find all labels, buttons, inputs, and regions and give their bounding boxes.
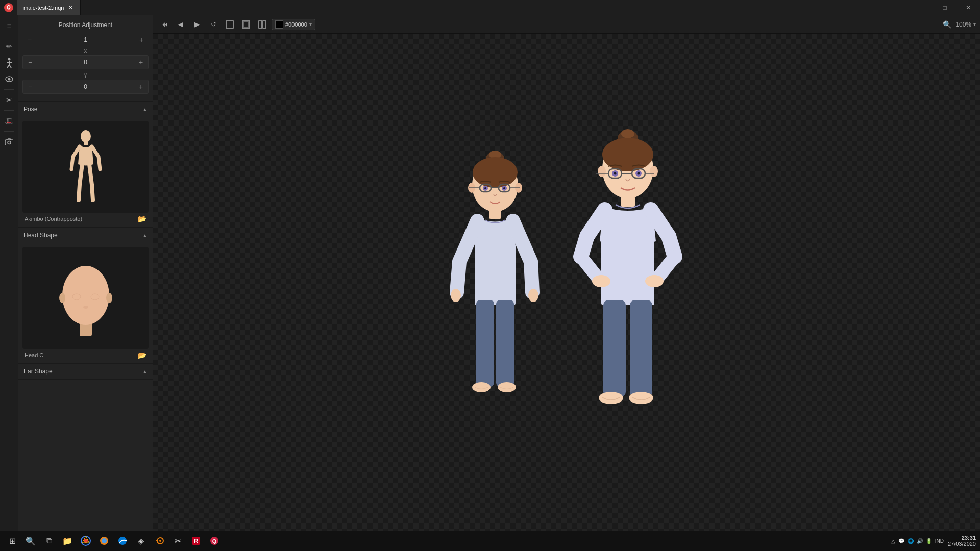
svg-rect-10 bbox=[84, 141, 88, 145]
chrome-taskbar-icon[interactable] bbox=[78, 533, 94, 549]
svg-rect-63 bbox=[601, 239, 654, 297]
close-button[interactable]: ✕ bbox=[957, 0, 980, 15]
x-value: 0 bbox=[37, 59, 134, 66]
tray-battery-icon[interactable]: 🔋 bbox=[926, 538, 932, 544]
tray-network-icon[interactable]: 🌐 bbox=[908, 538, 914, 544]
hat-button[interactable]: 🎩 bbox=[2, 114, 16, 128]
edge-taskbar-icon[interactable] bbox=[114, 533, 131, 549]
svg-point-52 bbox=[602, 138, 653, 171]
system-clock[interactable]: 23:31 27/03/2020 bbox=[948, 535, 976, 547]
x-axis-input[interactable]: − 0 + bbox=[22, 55, 149, 69]
go-forward-button[interactable]: ▶ bbox=[190, 17, 204, 32]
draw-button[interactable]: ✏ bbox=[2, 39, 16, 54]
app8-taskbar-icon[interactable]: Q bbox=[206, 533, 223, 549]
app-icon: Q bbox=[4, 3, 13, 12]
head-shape-section-header[interactable]: Head Shape ▲ bbox=[18, 228, 153, 243]
maximize-button[interactable]: □ bbox=[933, 0, 957, 15]
canvas-viewport[interactable] bbox=[153, 34, 980, 531]
y-axis-input[interactable]: − 0 + bbox=[22, 80, 149, 94]
eye-button[interactable] bbox=[2, 72, 16, 86]
task-view-button[interactable]: ⧉ bbox=[41, 533, 57, 549]
title-bar-controls: — □ ✕ bbox=[910, 0, 980, 15]
svg-rect-21 bbox=[259, 21, 262, 28]
head-folder-icon[interactable]: 📂 bbox=[138, 351, 146, 359]
taskbar-search-icon[interactable]: 🔍 bbox=[22, 533, 39, 549]
x-minus-button[interactable]: − bbox=[23, 56, 37, 69]
svg-point-48 bbox=[621, 129, 634, 138]
svg-point-70 bbox=[629, 392, 653, 404]
head-thumbnail[interactable] bbox=[22, 247, 149, 349]
svg-point-69 bbox=[599, 392, 623, 404]
zoom-label: 100% bbox=[955, 21, 971, 28]
color-swatch[interactable]: #000000 ▾ bbox=[272, 19, 315, 30]
svg-point-0 bbox=[8, 58, 10, 61]
app7-taskbar-icon[interactable]: R bbox=[188, 533, 204, 549]
pose-section-header[interactable]: Pose ▲ bbox=[18, 102, 153, 117]
firefox-taskbar-icon[interactable] bbox=[96, 533, 112, 549]
color-preview bbox=[275, 20, 283, 29]
left-toolbar: ≡ ✏ ✂ 🎩 bbox=[0, 15, 18, 531]
zoom-control: 100% ▾ bbox=[955, 21, 976, 28]
tray-chat-icon[interactable]: 💬 bbox=[898, 538, 904, 544]
explorer-taskbar-icon[interactable]: 📁 bbox=[59, 533, 76, 549]
frame-btn-1[interactable] bbox=[223, 17, 237, 32]
x-axis-label: X bbox=[22, 48, 149, 54]
figure-button[interactable] bbox=[2, 56, 16, 70]
go-back-button[interactable]: ◀ bbox=[174, 17, 188, 32]
toolbar-separator-1 bbox=[4, 36, 14, 36]
zoom-dropdown-arrow[interactable]: ▾ bbox=[973, 21, 976, 27]
pose-thumbnail[interactable] bbox=[22, 121, 149, 213]
pose-folder-icon[interactable]: 📂 bbox=[138, 215, 146, 223]
search-icon-canvas[interactable]: 🔍 bbox=[943, 20, 951, 29]
pose-name-label: Akimbo (Contrapposto) bbox=[24, 216, 82, 222]
pose-figure-svg bbox=[65, 129, 106, 205]
svg-rect-67 bbox=[603, 300, 626, 397]
svg-point-14 bbox=[106, 293, 112, 303]
top-slider-minus[interactable]: − bbox=[24, 35, 35, 45]
character-left bbox=[449, 144, 541, 440]
position-adjustment-section: Position Adjustment − 1 + X − 0 + Y − 0 … bbox=[18, 15, 153, 102]
start-button[interactable]: ⊞ bbox=[4, 533, 20, 549]
svg-point-41 bbox=[528, 289, 538, 302]
clock-time: 23:31 bbox=[948, 535, 976, 541]
tab-close-button[interactable]: ✕ bbox=[67, 4, 74, 11]
camera-button[interactable] bbox=[2, 135, 16, 149]
unity-taskbar-icon[interactable]: ◈ bbox=[133, 533, 149, 549]
color-dropdown-arrow: ▾ bbox=[309, 21, 312, 27]
refresh-button[interactable]: ↺ bbox=[206, 17, 220, 32]
tray-expand-icon[interactable]: △ bbox=[891, 538, 895, 544]
toolbar-separator-3 bbox=[4, 110, 14, 111]
svg-point-17 bbox=[83, 306, 88, 309]
ear-shape-section-header[interactable]: Ear Shape ▲ bbox=[18, 364, 153, 379]
taskbar-left: ⊞ 🔍 ⧉ 📁 ◈ bbox=[4, 533, 223, 549]
tray-volume-icon[interactable]: 🔊 bbox=[917, 538, 923, 544]
top-slider-plus[interactable]: + bbox=[136, 35, 146, 45]
minimize-button[interactable]: — bbox=[910, 0, 933, 15]
frame-btn-3[interactable] bbox=[255, 17, 270, 32]
menu-button[interactable]: ≡ bbox=[2, 18, 16, 33]
ear-shape-section-title: Ear Shape bbox=[23, 368, 53, 375]
head-shape-section: Head Shape ▲ bbox=[18, 228, 153, 364]
svg-text:R: R bbox=[194, 538, 199, 545]
svg-rect-62 bbox=[621, 196, 635, 207]
y-plus-button[interactable]: + bbox=[134, 80, 148, 93]
frame-btn-2[interactable] bbox=[239, 17, 253, 32]
active-tab[interactable]: male-test-2.mqn ✕ bbox=[17, 0, 81, 15]
scissors-button[interactable]: ✂ bbox=[2, 93, 16, 107]
y-axis-label: Y bbox=[22, 72, 149, 79]
blender-taskbar-icon[interactable] bbox=[151, 533, 167, 549]
svg-rect-39 bbox=[475, 244, 516, 300]
color-label: #000000 bbox=[285, 21, 307, 28]
system-tray: △ 💬 🌐 🔊 🔋 IND bbox=[891, 538, 944, 544]
x-plus-button[interactable]: + bbox=[134, 56, 148, 69]
taskbar: ⊞ 🔍 ⧉ 📁 ◈ bbox=[0, 531, 980, 551]
svg-point-51 bbox=[650, 166, 658, 177]
canvas-area: ⏮ ◀ ▶ ↺ bbox=[153, 15, 980, 531]
taskbar-right: △ 💬 🌐 🔊 🔋 IND 23:31 27/03/2020 bbox=[891, 535, 976, 547]
y-minus-button[interactable]: − bbox=[23, 80, 37, 93]
svg-rect-22 bbox=[263, 21, 266, 28]
svg-line-4 bbox=[9, 65, 11, 68]
app6-taskbar-icon[interactable]: ✂ bbox=[169, 533, 186, 549]
pose-section-content: Akimbo (Contrapposto) 📂 bbox=[18, 117, 153, 227]
go-first-button[interactable]: ⏮ bbox=[157, 17, 172, 32]
